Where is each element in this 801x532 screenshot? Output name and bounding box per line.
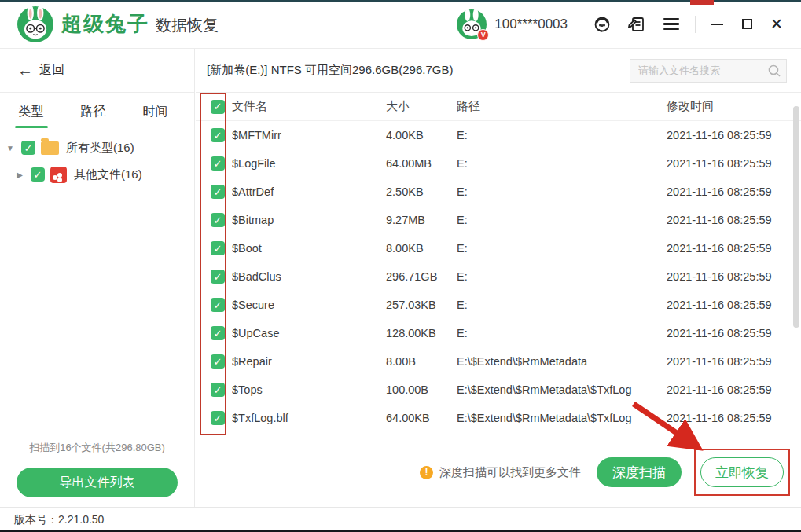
tab-path[interactable]: 路径 — [62, 104, 124, 128]
main-panel: [新加卷(E:)] NTFS 可用空间296.6GB(296.7GB) ✓ 文件… — [196, 49, 801, 507]
warning-icon: ! — [420, 466, 433, 479]
table-row[interactable]: ✓ $BadClus 296.71GB E: 2021-11-16 08:25:… — [196, 262, 801, 291]
table-row[interactable]: ✓ $Secure 257.03KB E: 2021-11-16 08:25:5… — [196, 291, 801, 319]
maximize-button[interactable] — [737, 14, 757, 35]
vip-badge: V — [477, 29, 489, 41]
row-checkbox[interactable]: ✓ — [211, 128, 225, 142]
other-files-icon — [50, 167, 67, 183]
tree-item-all-types[interactable]: ▼ ✓ 所有类型(16) — [0, 134, 194, 161]
deep-scan-hint: 深度扫描可以找到更多文件 — [439, 465, 581, 480]
version-label: 版本号：2.21.0.50 — [14, 513, 104, 527]
file-modified-cell: 2021-11-16 08:25:59 — [667, 299, 801, 311]
file-path-cell: E:\$Extend\$RmMetadata — [457, 355, 667, 368]
tree-checkbox[interactable]: ✓ — [31, 167, 45, 182]
feedback-icon[interactable] — [626, 14, 647, 35]
scan-summary: 扫描到16个文件(共296.80GB) — [0, 441, 194, 455]
table-row[interactable]: ✓ $Repair 8.00B E:\$Extend\$RmMetadata 2… — [196, 347, 801, 376]
file-size-cell: 100.00B — [386, 383, 457, 396]
window-top-edge — [0, 0, 801, 2]
file-size-cell: 64.00KB — [386, 412, 457, 424]
file-size-cell: 296.71GB — [386, 270, 457, 283]
file-name-cell: $BadClus — [232, 270, 386, 283]
back-arrow-icon: ← — [17, 61, 33, 79]
file-modified-cell: 2021-11-16 08:25:59 — [667, 383, 801, 396]
sidebar: ← 返回 类型 路径 时间 ▼ ✓ 所有类型(16) ▶ ✓ 其他文件(16) … — [0, 49, 195, 507]
file-path-cell: E: — [457, 129, 667, 141]
volume-info: [新加卷(E:)] NTFS 可用空间296.6GB(296.7GB) — [207, 63, 453, 78]
row-checkbox[interactable]: ✓ — [211, 270, 225, 284]
file-modified-cell: 2021-11-16 08:25:59 — [667, 157, 801, 170]
tab-type[interactable]: 类型 — [0, 104, 62, 128]
statusbar: 版本号：2.21.0.50 — [0, 507, 801, 532]
row-checkbox[interactable]: ✓ — [211, 156, 225, 171]
export-file-list-button[interactable]: 导出文件列表 — [17, 468, 178, 497]
file-modified-cell: 2021-11-16 08:25:59 — [667, 214, 801, 226]
table-row[interactable]: ✓ $LogFile 64.00MB E: 2021-11-16 08:25:5… — [196, 149, 801, 178]
row-checkbox[interactable]: ✓ — [211, 298, 225, 312]
tree-item-other-files[interactable]: ▶ ✓ 其他文件(16) — [0, 161, 194, 188]
file-modified-cell: 2021-11-16 08:25:59 — [667, 129, 801, 141]
row-checkbox[interactable]: ✓ — [211, 213, 225, 227]
tree-checkbox[interactable]: ✓ — [21, 141, 35, 155]
file-size-cell: 257.03KB — [386, 299, 457, 311]
file-size-cell: 4.00KB — [386, 129, 457, 141]
file-path-cell: E: — [457, 214, 667, 226]
file-type-tree: ▼ ✓ 所有类型(16) ▶ ✓ 其他文件(16) — [0, 128, 194, 188]
recover-now-button[interactable]: 立即恢复 — [700, 457, 784, 487]
table-row[interactable]: ✓ $TxfLog.blf 64.00KB E:\$Extend\$RmMeta… — [196, 404, 801, 432]
file-name-cell: $AttrDef — [232, 185, 386, 198]
recover-button-highlight-annotation: 立即恢复 — [694, 449, 790, 496]
row-checkbox[interactable]: ✓ — [211, 326, 225, 340]
folder-icon — [41, 141, 59, 155]
table-body: ✓ $MFTMirr 4.00KB E: 2021-11-16 08:25:59… — [196, 121, 801, 432]
file-name-cell: $Repair — [232, 355, 386, 368]
file-modified-cell: 2021-11-16 08:25:59 — [667, 412, 801, 424]
column-header-modified[interactable]: 修改时间 — [667, 99, 801, 114]
vertical-scrollbar[interactable] — [793, 106, 799, 328]
user-avatar[interactable]: V — [457, 9, 487, 39]
action-bar: ! 深度扫描可以找到更多文件 深度扫描 立即恢复 — [196, 437, 801, 508]
search-input[interactable] — [638, 64, 767, 76]
app-window: 超级兔子 数据恢复 V 100****0003 — [0, 0, 801, 532]
file-size-cell: 8.00KB — [386, 242, 457, 255]
minimize-button[interactable] — [707, 14, 727, 35]
caret-down-icon[interactable]: ▼ — [5, 144, 16, 152]
deep-scan-button[interactable]: 深度扫描 — [597, 457, 682, 487]
file-size-cell: 9.27MB — [386, 214, 457, 226]
table-row[interactable]: ✓ $Bitmap 9.27MB E: 2021-11-16 08:25:59 — [196, 206, 801, 234]
column-header-path[interactable]: 路径 — [457, 99, 667, 114]
column-header-filename[interactable]: 文件名 — [232, 99, 386, 114]
search-icon[interactable] — [767, 64, 781, 78]
file-size-cell: 128.00KB — [386, 327, 457, 339]
caret-right-icon[interactable]: ▶ — [14, 171, 25, 179]
file-name-cell: $UpCase — [232, 327, 386, 339]
row-checkbox[interactable]: ✓ — [211, 185, 225, 199]
file-modified-cell: 2021-11-16 08:25:59 — [667, 270, 801, 283]
table-row[interactable]: ✓ $AttrDef 2.50KB E: 2021-11-16 08:25:59 — [196, 178, 801, 206]
row-checkbox[interactable]: ✓ — [211, 383, 225, 397]
file-name-cell: $MFTMirr — [232, 129, 386, 141]
menu-icon[interactable] — [661, 14, 682, 35]
table-row[interactable]: ✓ $UpCase 128.00KB E: 2021-11-16 08:25:5… — [196, 319, 801, 347]
row-checkbox[interactable]: ✓ — [211, 354, 225, 369]
customer-support-icon[interactable] — [592, 14, 612, 35]
row-checkbox[interactable]: ✓ — [211, 241, 225, 255]
file-name-cell: $TxfLog.blf — [232, 412, 386, 424]
close-button[interactable]: ✕ — [766, 14, 787, 35]
file-size-cell: 2.50KB — [386, 185, 457, 198]
file-path-cell: E:\$Extend\$RmMetadata\$TxfLog — [457, 412, 667, 424]
tab-time[interactable]: 时间 — [124, 104, 186, 128]
file-name-cell: $Boot — [232, 242, 386, 255]
back-button[interactable]: ← 返回 — [0, 49, 194, 93]
username: 100****0003 — [494, 17, 568, 32]
main-header: [新加卷(E:)] NTFS 可用空间296.6GB(296.7GB) — [196, 49, 801, 93]
column-header-size[interactable]: 大小 — [386, 99, 457, 114]
file-path-cell: E: — [457, 327, 667, 339]
top-edge-red-mark — [690, 0, 714, 5]
table-row[interactable]: ✓ $MFTMirr 4.00KB E: 2021-11-16 08:25:59 — [196, 121, 801, 149]
sidebar-tabs: 类型 路径 时间 — [0, 93, 194, 128]
table-row[interactable]: ✓ $Tops 100.00B E:\$Extend\$RmMetadata\$… — [196, 376, 801, 404]
table-row[interactable]: ✓ $Boot 8.00KB E: 2021-11-16 08:25:59 — [196, 234, 801, 262]
row-checkbox[interactable]: ✓ — [211, 411, 225, 425]
select-all-checkbox[interactable]: ✓ — [211, 100, 225, 114]
